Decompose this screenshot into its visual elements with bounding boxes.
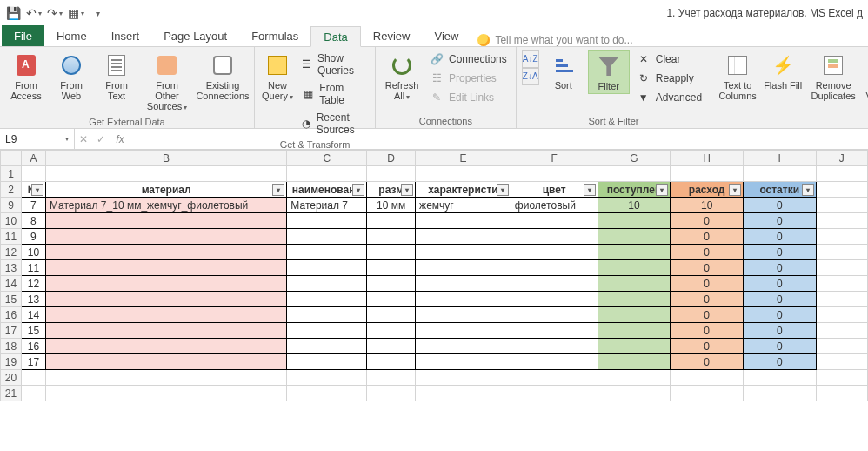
cell[interactable]: 10	[21, 245, 45, 260]
filter-dropdown-icon[interactable]	[272, 184, 284, 196]
cell[interactable]	[45, 339, 286, 354]
cell[interactable]: жемчуг	[416, 198, 511, 213]
cell[interactable]: фиолетовый	[511, 198, 598, 213]
data-validation-button[interactable]: ✔ Dat Validati	[863, 50, 868, 103]
cell[interactable]	[367, 307, 416, 323]
cell[interactable]: 17	[21, 354, 45, 370]
cell[interactable]	[816, 386, 867, 401]
header-in[interactable]: поступлен	[598, 182, 671, 198]
tab-file[interactable]: File	[2, 25, 44, 46]
cell[interactable]: 15	[21, 323, 45, 339]
cell[interactable]	[45, 245, 286, 260]
cell[interactable]	[416, 213, 511, 229]
cell[interactable]	[287, 370, 367, 386]
cell[interactable]	[367, 292, 416, 307]
cell[interactable]	[45, 386, 286, 401]
cell[interactable]	[598, 323, 671, 339]
header-out[interactable]: расход	[671, 182, 744, 198]
row-header[interactable]: 19	[1, 354, 22, 370]
col-header[interactable]: A	[21, 151, 45, 166]
cell[interactable]	[287, 292, 367, 307]
cell[interactable]	[511, 245, 598, 260]
tab-data[interactable]: Data	[310, 26, 360, 47]
cell[interactable]: 13	[21, 292, 45, 307]
cell[interactable]	[21, 166, 45, 182]
cell[interactable]	[511, 386, 598, 401]
row-header[interactable]: 2	[1, 182, 22, 198]
cell[interactable]	[287, 213, 367, 229]
sort-za-button[interactable]: Z↓A	[522, 68, 539, 85]
cell[interactable]	[45, 229, 286, 245]
cell[interactable]	[367, 339, 416, 354]
cell[interactable]: 16	[21, 339, 45, 354]
cell[interactable]	[416, 166, 511, 182]
sort-az-button[interactable]: A↓Z	[522, 50, 539, 68]
cell[interactable]: 9	[21, 229, 45, 245]
cell[interactable]	[816, 323, 867, 339]
cell[interactable]	[45, 260, 286, 276]
filter-dropdown-icon[interactable]	[497, 184, 509, 196]
row-header[interactable]: 18	[1, 339, 22, 354]
select-all[interactable]	[1, 151, 22, 166]
filter-dropdown-icon[interactable]	[352, 184, 364, 196]
cell[interactable]	[598, 339, 671, 354]
row-header[interactable]: 21	[1, 386, 22, 401]
cell[interactable]: 0	[743, 245, 816, 260]
clear-button[interactable]: ✕Clear	[633, 50, 705, 68]
reapply-button[interactable]: ↻Reapply	[633, 70, 705, 87]
cell[interactable]	[21, 386, 45, 401]
save-icon[interactable]: 💾	[5, 3, 21, 23]
cell[interactable]	[598, 276, 671, 292]
cell[interactable]	[367, 370, 416, 386]
row-header[interactable]: 1	[1, 166, 22, 182]
cell[interactable]	[743, 386, 816, 401]
cell[interactable]	[816, 339, 867, 354]
cell[interactable]: 0	[671, 323, 744, 339]
cell[interactable]	[45, 370, 286, 386]
cell[interactable]	[416, 292, 511, 307]
cell[interactable]	[287, 386, 367, 401]
cell[interactable]	[598, 386, 671, 401]
tab-insert[interactable]: Insert	[99, 25, 152, 46]
cell[interactable]	[816, 245, 867, 260]
cell[interactable]	[416, 229, 511, 245]
header-rest[interactable]: остатки	[743, 182, 816, 198]
row-header[interactable]: 13	[1, 260, 22, 276]
filter-dropdown-icon[interactable]	[584, 184, 596, 196]
cell[interactable]: 0	[671, 229, 744, 245]
cell[interactable]: 0	[671, 245, 744, 260]
cell[interactable]: 0	[743, 292, 816, 307]
col-header[interactable]: B	[45, 151, 286, 166]
cell[interactable]	[287, 323, 367, 339]
cell[interactable]	[511, 276, 598, 292]
cell[interactable]	[416, 339, 511, 354]
col-header[interactable]: H	[671, 151, 744, 166]
cell[interactable]: 0	[743, 354, 816, 370]
cell[interactable]	[816, 307, 867, 323]
cell[interactable]	[816, 213, 867, 229]
cell[interactable]	[45, 292, 286, 307]
remove-duplicates-button[interactable]: Remove Duplicates	[807, 50, 859, 103]
cell[interactable]	[598, 307, 671, 323]
fx-icon[interactable]: fx	[110, 129, 130, 149]
row-header[interactable]: 14	[1, 276, 22, 292]
cell[interactable]	[816, 276, 867, 292]
cell[interactable]: 10 мм	[367, 198, 416, 213]
cell[interactable]: 8	[21, 213, 45, 229]
text-to-columns-button[interactable]: Text to Columns	[717, 50, 758, 103]
cell[interactable]	[416, 276, 511, 292]
cell[interactable]	[416, 323, 511, 339]
tab-formulas[interactable]: Formulas	[239, 25, 310, 46]
cell[interactable]	[511, 292, 598, 307]
cell[interactable]	[416, 307, 511, 323]
cell[interactable]	[511, 213, 598, 229]
cell[interactable]	[416, 370, 511, 386]
new-query-button[interactable]: New Query▾	[260, 50, 295, 104]
cell[interactable]	[45, 213, 286, 229]
from-web-button[interactable]: From Web	[50, 50, 92, 103]
cell[interactable]	[816, 182, 867, 198]
cell[interactable]	[598, 213, 671, 229]
col-header[interactable]: C	[287, 151, 367, 166]
filter-dropdown-icon[interactable]	[729, 184, 741, 196]
cell[interactable]: 0	[671, 339, 744, 354]
